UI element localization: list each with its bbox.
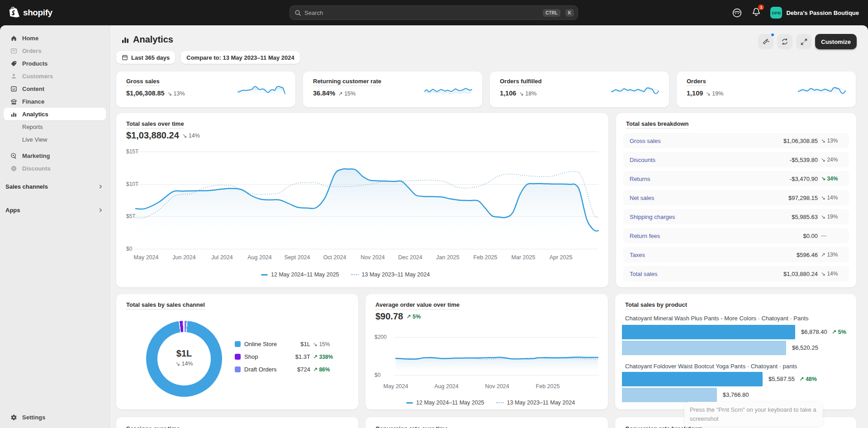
aov-line-chart[interactable]	[365, 294, 608, 409]
product-bar-previous[interactable]	[622, 341, 786, 355]
topbar: shopify Search CTRL K 1 DPB Debra's Pass…	[0, 0, 868, 25]
sidebar-item-home[interactable]: Home	[4, 32, 106, 44]
sidebar-item-label: Settings	[22, 414, 45, 421]
sidebar-item-discounts[interactable]: Discounts	[4, 162, 106, 175]
row-label[interactable]: Returns	[630, 176, 790, 182]
donut-center: $1L ↘ 14%	[146, 348, 222, 367]
card-title[interactable]: Conversion rate over time	[375, 425, 448, 428]
x-tick: Feb 2025	[536, 383, 560, 390]
fullscreen-button[interactable]	[796, 34, 811, 49]
assistant-icon[interactable]	[732, 8, 742, 18]
notifications-button[interactable]: 1	[751, 7, 761, 19]
ai-insights-button[interactable]	[758, 34, 773, 49]
metric-value: $1,06,308.85	[126, 90, 165, 97]
card-title[interactable]: Sessions over time	[126, 425, 180, 428]
legend-row-shop[interactable]: Shop$1.3T↗ 338%	[235, 353, 333, 360]
card-title[interactable]: Total sales by sales channel	[126, 301, 205, 309]
customize-button[interactable]: Customize	[815, 34, 857, 49]
metric-label[interactable]: Gross sales	[126, 78, 160, 86]
sidebar-settings[interactable]: Settings	[4, 411, 106, 423]
sidebar-section-sales-channels[interactable]: Sales channels	[5, 180, 103, 193]
row-label[interactable]: Shipping charges	[630, 214, 792, 220]
sidebar-section-apps[interactable]: Apps	[5, 204, 103, 216]
row-label[interactable]: Taxes	[630, 252, 797, 258]
row-label[interactable]: Total sales	[630, 271, 783, 277]
x-tick: Nov 2024	[485, 383, 509, 390]
calendar-icon	[122, 54, 128, 61]
sidebar-item-reports[interactable]: Reports	[4, 120, 106, 133]
metric-label[interactable]: Orders fulfilled	[500, 78, 541, 86]
sidebar-item-live-view[interactable]: Live View	[4, 133, 106, 146]
search-input[interactable]: Search CTRL K	[289, 5, 578, 20]
shopify-bag-icon	[9, 6, 20, 19]
shopify-logo[interactable]: shopify	[9, 6, 52, 19]
bar-value: $5,587.55↗ 48%	[768, 376, 817, 382]
legend-row-draft-orders[interactable]: Draft Orders$724↗ 86%	[235, 366, 330, 373]
toolbar: Customize	[758, 34, 857, 49]
product-bar-current[interactable]	[622, 325, 795, 339]
breakdown-row[interactable]: Taxes$596.46↗ 13%	[623, 247, 849, 262]
row-delta: ↘ 14%	[821, 195, 843, 201]
row-value: $1,03,880.24	[783, 271, 818, 277]
metric-label[interactable]: Orders	[687, 78, 706, 86]
metric-delta: ↘ 13%	[167, 90, 185, 97]
breakdown-row[interactable]: Net sales$97,298.15↘ 14%	[623, 190, 849, 205]
metric-label[interactable]: Returning customer rate	[313, 78, 381, 86]
sparkline-chart	[610, 79, 660, 100]
breakdown-row[interactable]: Return fees$0.00—	[623, 228, 849, 243]
x-tick: Jul 2024	[211, 254, 232, 261]
sidebar-item-products[interactable]: Products	[4, 57, 106, 70]
sidebar-item-analytics[interactable]: Analytics	[4, 108, 106, 120]
breakdown-row[interactable]: Gross sales$1,06,308.85↘ 13%	[623, 133, 849, 148]
sidebar-item-label: Finance	[22, 98, 44, 105]
search-placeholder: Search	[304, 10, 538, 16]
sparkline-chart	[423, 79, 473, 100]
breakdown-row[interactable]: Returns-$3,470.90↘ 34%	[623, 171, 849, 186]
breakdown-row[interactable]: Shipping charges$5,985.63↘ 19%	[623, 209, 849, 224]
metric-card-gross-sales[interactable]: Gross sales $1,06,308.85↘ 13%	[116, 71, 295, 107]
x-tick: Jun 2024	[172, 254, 195, 261]
total-sales-line-chart[interactable]	[116, 113, 608, 287]
metric-card-orders[interactable]: Orders 1,109↘ 19%	[677, 71, 856, 107]
breakdown-row[interactable]: Discounts-$5,539.80↘ 24%	[623, 152, 849, 167]
bar-value: $3,766.80	[723, 391, 749, 398]
x-tick: Apr 2025	[550, 254, 573, 261]
card-sessions-over-time: Sessions over time	[116, 417, 358, 428]
row-label[interactable]: Net sales	[630, 195, 788, 201]
sidebar-item-marketing[interactable]: Marketing	[4, 149, 106, 162]
sparkline-chart	[797, 79, 847, 100]
metric-card-orders-fulfilled[interactable]: Orders fulfilled 1,106↘ 18%	[490, 71, 669, 107]
metric-card-returning-rate[interactable]: Returning customer rate 36.84%↗ 15%	[303, 71, 482, 107]
compare-button[interactable]: Compare to: 13 May 2023–11 May 2024	[181, 51, 299, 64]
product-bar-current[interactable]	[622, 372, 763, 386]
row-value: -$5,539.80	[790, 157, 818, 163]
shopify-wordmark: shopify	[23, 8, 52, 18]
row-label[interactable]: Return fees	[630, 233, 803, 239]
analytics-icon	[10, 111, 18, 118]
metric-delta: ↗ 15%	[338, 90, 356, 97]
row-label[interactable]: Discounts	[630, 157, 790, 163]
sidebar-item-finance[interactable]: Finance	[4, 95, 106, 108]
card-title[interactable]: Total sales breakdown	[626, 120, 688, 128]
row-delta: ↗ 13%	[821, 252, 843, 258]
x-tick: Oct 2024	[323, 254, 346, 261]
notification-badge: 1	[758, 4, 764, 10]
date-range-button[interactable]: Last 365 days	[116, 51, 175, 64]
x-tick: Jan 2025	[436, 254, 459, 261]
sidebar-item-label: Content	[22, 86, 44, 92]
row-label[interactable]: Gross sales	[630, 138, 783, 144]
sidebar-item-customers[interactable]: Customers	[4, 70, 106, 82]
product-bar-previous[interactable]	[622, 388, 717, 402]
sidebar-item-orders[interactable]: Orders	[4, 44, 106, 57]
x-tick: Sept 2024	[285, 254, 310, 261]
card-title[interactable]: Total sales by product	[625, 301, 687, 309]
legend-delta: ↗ 338%	[313, 354, 333, 360]
refresh-button[interactable]	[777, 34, 792, 49]
legend-row-online-store[interactable]: Online Store$1L↘ 15%	[235, 341, 330, 347]
store-menu[interactable]: DPB Debra's Passion Boutique	[770, 7, 859, 19]
breakdown-row[interactable]: Total sales$1,03,880.24↘ 14%	[623, 266, 849, 281]
sidebar-item-content[interactable]: Content	[4, 82, 106, 95]
sidebar-item-label: Customers	[22, 73, 53, 80]
legend-label: Draft Orders	[244, 366, 289, 373]
legend-label: 12 May 2024–11 May 2025	[271, 271, 339, 278]
